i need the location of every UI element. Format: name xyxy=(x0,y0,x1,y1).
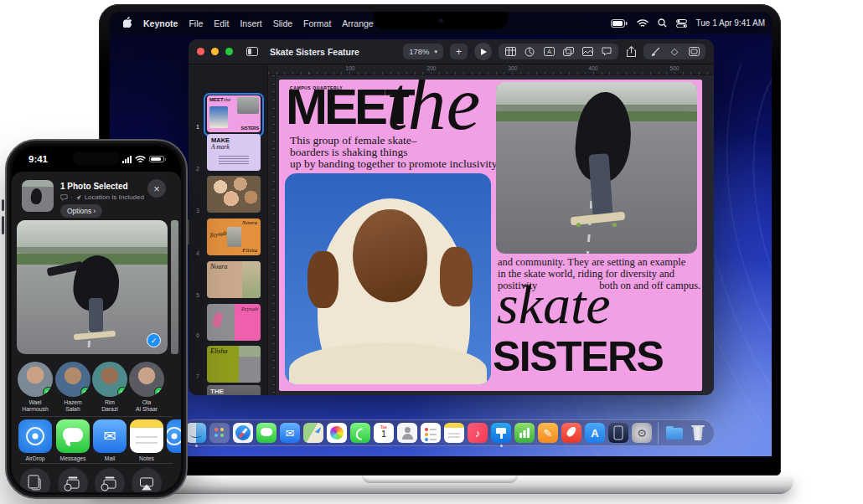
share-icon[interactable] xyxy=(625,46,637,58)
dock-pages-icon[interactable]: ✎ xyxy=(538,423,558,443)
airplay-action-button[interactable] xyxy=(132,468,162,492)
dock-keynote-icon[interactable] xyxy=(491,423,511,443)
add-to-album-action-button[interactable] xyxy=(95,468,125,492)
ruler-mark: 100 xyxy=(346,65,355,71)
dock-notes-icon[interactable] xyxy=(444,423,464,443)
slide-thumbnail-8[interactable]: THE skate xyxy=(207,385,261,395)
dock-mail-icon[interactable]: ✉ xyxy=(280,423,300,443)
volume-up-button[interactable] xyxy=(2,199,4,211)
control-center-icon[interactable] xyxy=(676,19,687,28)
slide-thumbnail-3[interactable] xyxy=(207,176,261,213)
location-arrow-icon xyxy=(75,194,82,201)
media-icon[interactable] xyxy=(581,46,593,58)
thumb-photo xyxy=(242,261,261,298)
dock-settings-icon[interactable]: ⚙ xyxy=(632,423,652,443)
minimize-window-button[interactable] xyxy=(211,48,219,55)
close-window-button[interactable] xyxy=(197,48,204,55)
airdrop-icon[interactable] xyxy=(18,419,52,453)
search-icon[interactable] xyxy=(658,18,667,28)
text-box-icon[interactable]: A xyxy=(543,46,555,58)
table-icon[interactable] xyxy=(504,46,516,58)
volume-down-button[interactable] xyxy=(2,216,4,234)
slide-thumbnail-6[interactable]: Zeynab xyxy=(207,304,261,341)
apple-menu-icon[interactable] xyxy=(123,17,132,29)
slide-editor[interactable]: CAMPUS QUARTERLY MEET the This group of … xyxy=(279,80,702,391)
slide-photo-portrait[interactable] xyxy=(285,173,491,384)
dock-messages-icon[interactable] xyxy=(256,423,276,443)
slide-canvas: CAMPUS QUARTERLY MEET the This group of … xyxy=(268,75,714,395)
mail-icon[interactable]: ✉ xyxy=(93,419,127,453)
more-apps-edge[interactable] xyxy=(167,419,181,453)
photo-face-shape xyxy=(353,209,427,302)
dock-iphone-mirroring-icon[interactable] xyxy=(608,423,628,443)
thumb-text: Noura xyxy=(242,219,257,226)
dock-contacts-icon[interactable] xyxy=(397,423,417,443)
menu-item-insert[interactable]: Insert xyxy=(240,18,261,28)
thumb-text: Noura xyxy=(210,263,227,270)
dock-maps-icon[interactable] xyxy=(303,423,323,443)
fullscreen-window-button[interactable] xyxy=(225,48,233,55)
wifi-icon[interactable] xyxy=(637,19,649,28)
dock-numbers-icon[interactable] xyxy=(514,423,535,443)
options-button[interactable]: Options › xyxy=(60,204,102,218)
contact-avatar[interactable] xyxy=(92,362,127,397)
photo-skater-leg xyxy=(89,298,102,333)
slide-thumbnail-1[interactable]: MEET the SISTERS xyxy=(207,95,261,132)
menu-app-name[interactable]: Keynote xyxy=(143,18,178,28)
ruler-mark: 300 xyxy=(509,65,518,71)
menu-clock[interactable]: Tue 1 Apr 9:41 AM xyxy=(696,18,765,28)
contact-avatar[interactable] xyxy=(55,362,90,397)
add-slide-button[interactable]: + xyxy=(450,44,468,59)
slide-headline-the[interactable]: the xyxy=(386,80,480,141)
play-button[interactable] xyxy=(474,43,492,60)
slide-intro-text[interactable]: This group of female skate– boarders is … xyxy=(290,135,497,171)
dock-rocket-icon[interactable] xyxy=(561,423,581,443)
save-to-files-action-button[interactable] xyxy=(58,468,88,492)
slide-headline-skate[interactable]: skate xyxy=(497,277,611,332)
slide-photo-skater[interactable] xyxy=(496,82,697,254)
contact-avatar[interactable] xyxy=(18,362,53,397)
copy-action-button[interactable] xyxy=(20,468,50,492)
dock-reminders-icon[interactable] xyxy=(421,423,441,443)
slide-thumbnail-2[interactable]: MAKE A mark xyxy=(207,134,261,171)
dock-calendar-icon[interactable]: Tue 1 xyxy=(374,423,394,443)
dock-trash-icon[interactable] xyxy=(688,423,708,443)
selected-check-badge[interactable]: ✓ xyxy=(147,333,161,347)
sidebar-view-icon[interactable] xyxy=(246,46,258,58)
close-button[interactable]: × xyxy=(147,179,166,198)
dock-finder-icon[interactable] xyxy=(186,423,206,443)
animate-icon[interactable]: ◇ xyxy=(669,46,680,58)
slide-headline-sisters[interactable]: SISTERS xyxy=(493,336,663,378)
document-icon[interactable] xyxy=(688,46,700,58)
messages-icon[interactable] xyxy=(56,419,90,453)
dock-safari-icon[interactable] xyxy=(233,423,253,443)
comment-icon[interactable] xyxy=(601,46,612,58)
slide-thumbnail-7[interactable]: Elisha xyxy=(207,346,261,383)
slide-thumbnail-5[interactable]: Noura xyxy=(207,261,261,298)
dock-photos-icon[interactable] xyxy=(327,423,347,443)
play-icon xyxy=(481,49,487,55)
next-photo-edge[interactable] xyxy=(171,220,178,354)
menu-item-format[interactable]: Format xyxy=(303,18,331,28)
camera-icon xyxy=(439,18,443,23)
contact-avatar[interactable] xyxy=(129,362,164,397)
status-time: 9:41 xyxy=(28,154,48,164)
dock-facetime-icon[interactable] xyxy=(350,423,370,443)
zoom-control[interactable]: 178% ▾ xyxy=(403,44,443,59)
format-brush-icon[interactable] xyxy=(649,46,661,58)
chart-icon[interactable] xyxy=(524,46,535,58)
menu-item-slide[interactable]: Slide xyxy=(273,18,292,28)
battery-icon[interactable] xyxy=(611,19,628,28)
selected-photo[interactable]: ✓ xyxy=(17,220,168,354)
dock-music-icon[interactable]: ♪ xyxy=(468,423,488,443)
menu-item-edit[interactable]: Edit xyxy=(214,18,229,28)
intro-line: This group of female skate– xyxy=(290,135,497,147)
shape-icon[interactable] xyxy=(562,46,574,58)
menu-item-file[interactable]: File xyxy=(189,18,203,28)
notes-icon[interactable] xyxy=(130,419,163,453)
dock-downloads-icon[interactable] xyxy=(664,423,685,443)
dock-app-store-icon[interactable]: A xyxy=(585,423,605,443)
slide-thumbnail-4[interactable]: Noura Zeynab Elisha xyxy=(207,219,261,255)
dock-launchpad-icon[interactable] xyxy=(209,423,230,443)
menu-item-arrange[interactable]: Arrange xyxy=(342,18,373,28)
